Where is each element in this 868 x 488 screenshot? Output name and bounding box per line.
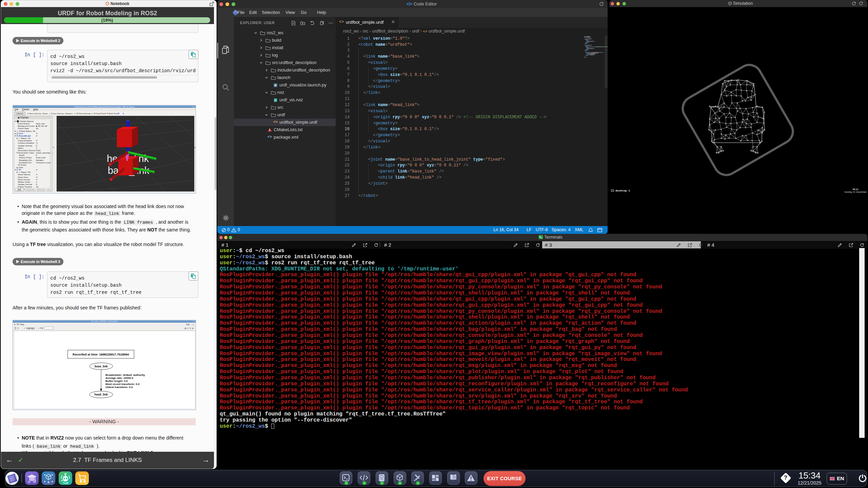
svg-text:Most recent transform: 0.0: Most recent transform: 0.0 [105,383,140,386]
svg-text:Broadcaster: default_authority: Broadcaster: default_authority [105,373,145,377]
svg-text:Buffer length: 0.0: Buffer length: 0.0 [105,380,128,383]
svg-text:Recorded at time: 1698226917.7: Recorded at time: 1698226917.7518594 [73,353,129,356]
svg-text:base_link: base_link [95,365,108,368]
svg-text:head_link: head_link [95,393,108,396]
svg-text:Average rate: 10000.0: Average rate: 10000.0 [105,377,134,380]
svg-text:Oldest transform: 0.0: Oldest transform: 0.0 [105,386,133,389]
